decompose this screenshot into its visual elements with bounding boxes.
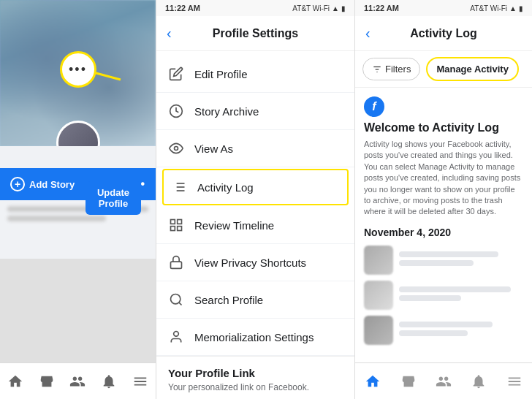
nav-store-icon-p3[interactable]	[400, 373, 417, 390]
menu-item-story-archive[interactable]: Story Archive	[156, 93, 354, 130]
panel1-profile: ••• + Add Story ••• Update Profile	[0, 0, 156, 399]
menu-label-activity-log: Activity Log	[197, 181, 254, 194]
search-icon	[168, 292, 184, 308]
profile-link-subtitle: Your personalized link on Facebook.	[168, 382, 343, 392]
facebook-icon: f	[364, 96, 384, 117]
profile-link-section: Your Profile Link Your personalized link…	[156, 356, 354, 399]
activity-item-2	[364, 281, 523, 310]
add-story-label: Add Story	[29, 179, 75, 190]
menu-label-view-privacy: View Privacy Shortcuts	[194, 256, 306, 269]
clock-icon	[168, 103, 184, 119]
three-dots-button[interactable]: •••	[60, 51, 96, 88]
status-time-p3: 11:22 AM	[364, 4, 399, 12]
svg-rect-8	[171, 220, 175, 224]
battery-icon: ▮	[341, 4, 346, 12]
panel3-status-bar: 11:22 AM AT&T Wi-Fi ▲ ▮	[355, 0, 532, 16]
nav-store-icon[interactable]	[38, 373, 56, 390]
carrier-text: AT&T Wi-Fi	[292, 4, 330, 12]
activity-text-3	[399, 322, 523, 339]
nav-people-icon[interactable]	[69, 373, 86, 390]
svg-rect-11	[171, 227, 175, 231]
add-story-left: + Add Story	[10, 177, 75, 191]
svg-rect-9	[178, 220, 182, 224]
menu-item-edit-profile[interactable]: Edit Profile	[156, 56, 354, 93]
filters-label: Filters	[385, 64, 411, 75]
back-button-p3[interactable]: ‹	[365, 25, 370, 42]
update-profile-button[interactable]: Update Profile	[86, 181, 141, 215]
battery-icon-p3: ▮	[519, 4, 523, 12]
carrier-text-p3: AT&T Wi-Fi	[470, 4, 507, 12]
panel2-title: Profile Settings	[213, 27, 298, 40]
menu-item-review-timeline[interactable]: Review Timeline	[156, 207, 354, 244]
svg-line-14	[179, 303, 182, 305]
menu-label-edit-profile: Edit Profile	[194, 68, 248, 80]
person-icon	[168, 329, 184, 345]
pencil-icon	[168, 66, 184, 82]
panel2-menu: Edit Profile Story Archive View As Activ…	[156, 51, 354, 399]
back-button[interactable]: ‹	[167, 25, 172, 42]
filters-button[interactable]: Filters	[362, 58, 420, 80]
panel3-bottom-nav	[355, 362, 532, 399]
menu-item-activity-log[interactable]: Activity Log	[162, 169, 349, 205]
date-header: November 4, 2020	[364, 227, 523, 238]
eye-icon	[168, 140, 184, 156]
fb-icon-row: f	[364, 96, 523, 117]
menu-item-view-privacy[interactable]: View Privacy Shortcuts	[156, 244, 354, 281]
grid-icon	[168, 217, 184, 233]
svg-rect-12	[171, 262, 182, 268]
nav-home-icon-p3[interactable]	[364, 373, 381, 390]
svg-point-1	[175, 147, 178, 151]
welcome-title: Welcome to Activity Log	[364, 121, 523, 134]
activity-avatar-2	[364, 281, 393, 310]
wifi-icon: ▲	[332, 4, 339, 12]
panel2-header: ‹ Profile Settings	[156, 16, 354, 51]
panel3-title: Activity Log	[410, 27, 477, 40]
panel3-content: f Welcome to Activity Log Activity log s…	[355, 88, 532, 362]
svg-point-15	[174, 332, 179, 337]
menu-label-story-archive: Story Archive	[194, 105, 259, 118]
status-icons: AT&T Wi-Fi ▲ ▮	[292, 4, 346, 12]
activity-item-3	[364, 316, 523, 345]
nav-people-icon-p3[interactable]	[435, 373, 452, 390]
welcome-text: Activity log shows your Facebook activit…	[364, 139, 523, 218]
activity-text-2	[399, 286, 523, 304]
svg-rect-10	[178, 227, 182, 231]
svg-point-13	[171, 294, 180, 304]
list-icon	[171, 179, 187, 195]
panel3-tabs: Filters Manage Activity	[355, 51, 532, 88]
nav-bell-icon-p3[interactable]	[470, 373, 487, 390]
status-icons-p3: AT&T Wi-Fi ▲ ▮	[470, 4, 523, 12]
panel2-profile-settings: 11:22 AM AT&T Wi-Fi ▲ ▮ ‹ Profile Settin…	[156, 0, 355, 399]
menu-label-memorialization: Memorialization Settings	[194, 331, 314, 343]
panel3-header: ‹ Activity Log	[355, 16, 532, 51]
fb-f-letter: f	[372, 100, 376, 113]
nav-bell-icon[interactable]	[100, 373, 118, 390]
cover-photo: •••	[0, 0, 156, 146]
activity-avatar-1	[364, 246, 393, 275]
manage-activity-button[interactable]: Manage Activity	[426, 57, 519, 81]
add-story-plus-icon: +	[10, 177, 25, 191]
menu-label-view-as: View As	[194, 142, 233, 155]
activity-text-1	[399, 251, 523, 269]
activity-item-1	[364, 246, 523, 275]
panel2-status-bar: 11:22 AM AT&T Wi-Fi ▲ ▮	[156, 0, 354, 16]
wifi-icon-p3: ▲	[509, 4, 517, 12]
menu-item-search-profile[interactable]: Search Profile	[156, 281, 354, 319]
menu-label-search-profile: Search Profile	[194, 294, 263, 306]
filter-icon	[372, 64, 382, 75]
activity-avatar-3	[364, 316, 393, 345]
profile-link-title: Your Profile Link	[168, 367, 343, 379]
menu-label-review-timeline: Review Timeline	[194, 219, 274, 232]
panel3-activity-log: 11:22 AM AT&T Wi-Fi ▲ ▮ ‹ Activity Log F…	[355, 0, 532, 399]
nav-menu-icon[interactable]	[132, 373, 149, 390]
nav-menu-icon-p3[interactable]	[506, 373, 523, 390]
menu-item-view-as[interactable]: View As	[156, 130, 354, 167]
menu-item-memorialization[interactable]: Memorialization Settings	[156, 319, 354, 356]
lock-icon	[168, 254, 184, 270]
nav-home-icon[interactable]	[7, 373, 24, 390]
status-time: 11:22 AM	[165, 4, 200, 12]
panel1-bottom-nav	[0, 362, 156, 399]
